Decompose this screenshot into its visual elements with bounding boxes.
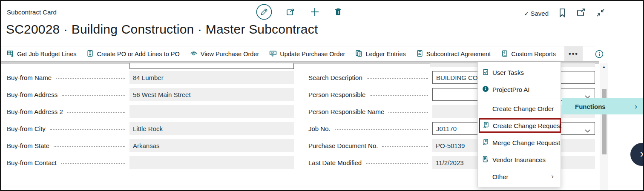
save-status: ✓ Saved [524,10,549,17]
page-inspection-button[interactable] [595,49,604,60]
submenu-chevron-icon: › [551,172,561,181]
share-icon [285,6,296,19]
menu-item-merge-change-request[interactable]: Merge Change Request [478,134,561,151]
projectpro-ai-icon [482,86,489,94]
field-row-buy-from-name: Buy-from Name 84 Lumber [7,69,294,86]
buy-from-contact-field [129,156,294,169]
ledger-entries-button[interactable]: Ledger Entries [355,50,405,58]
buy-from-address-field: 56 West Main Street [129,88,294,101]
page-title: SC20028 · Building Construction · Master… [6,22,318,37]
custom-reports-button[interactable]: Custom Reports [501,50,556,58]
more-actions-button[interactable]: ••• [564,46,583,62]
menu-item-create-change-order[interactable]: Create Change Order [478,100,561,117]
functions-menu-item[interactable]: Functions › [562,98,644,114]
create-po-icon [86,50,94,58]
open-in-new-window-button[interactable] [576,8,586,19]
menu-item-other[interactable]: Other › [478,168,561,185]
field-row-buy-from-state: Buy-from State Arkansas [7,137,294,154]
flyout-chevron-icon: › [635,102,637,111]
field-row-buy-from-contact: Buy-from Contact [7,154,294,171]
ledger-entries-icon [355,50,362,58]
subcontract-card-window: Subcontract Card [0,0,644,191]
menu-divider [478,99,561,99]
merge-change-request-icon [482,139,489,147]
chevron-right-icon: › [640,147,644,160]
form-column-left: Buy-from Name 84 Lumber Buy-from Address… [7,69,294,171]
user-tasks-icon [482,68,489,77]
plus-icon [309,6,320,19]
share-button[interactable] [285,6,296,19]
vertical-scrollbar[interactable]: ▲ [600,63,608,190]
get-job-budget-lines-button[interactable]: Get Job Budget Lines [7,50,76,58]
info-icon [595,49,604,60]
subcontract-agreement-icon [416,50,423,58]
update-purchase-order-button[interactable]: Ab Update Purchase Order [269,50,345,58]
collapse-arrows-icon [595,8,606,19]
buy-from-state-field: Arkansas [129,139,294,152]
job-budget-lines-icon [7,50,14,58]
scrollbar-up-arrow[interactable]: ▲ [600,65,608,69]
clipped-input-left [129,63,294,69]
create-change-request-icon [483,122,489,130]
collapse-button[interactable] [595,8,606,19]
field-row-buy-from-address-2: Buy-from Address 2 _ [7,103,294,120]
menu-item-vendor-insurances[interactable]: Vendor Insurances [478,151,561,168]
edit-toggle-button[interactable] [256,3,273,22]
breadcrumb: Subcontract Card [7,9,57,16]
view-purchase-order-icon [190,50,198,58]
delete-button[interactable] [333,7,343,18]
chevron-down-icon[interactable] [585,127,590,134]
menu-item-projectpro-ai[interactable]: ProjectPro AI [478,81,561,98]
buy-from-name-field: 84 Lumber [129,71,294,84]
buy-from-city-field: Little Rock [129,122,294,135]
record-action-icons [256,3,343,22]
buy-from-address-2-field: _ [129,105,294,118]
menu-item-create-change-request[interactable]: Create Change Request [479,118,561,133]
bookmark-button[interactable] [558,8,566,19]
custom-reports-icon [501,50,508,58]
check-icon: ✓ [524,10,529,17]
window-status-icons: ✓ Saved [524,8,606,19]
update-purchase-order-icon: Ab [269,50,277,58]
field-row-buy-from-address: Buy-from Address 56 West Main Street [7,86,294,103]
trash-icon [333,7,343,18]
new-record-button[interactable] [309,6,320,19]
svg-text:Ab: Ab [271,51,275,54]
create-po-button[interactable]: Create PO or Add Lines to PO [86,50,179,58]
next-record-button[interactable]: › [630,143,644,166]
subcontract-agreement-button[interactable]: Subcontract Agreement [416,50,491,58]
pencil-circle-icon [256,3,273,22]
bookmark-icon [558,8,566,19]
menu-item-user-tasks[interactable]: User Tasks [478,64,561,81]
field-row-buy-from-city: Buy-from City Little Rock [7,120,294,137]
view-purchase-order-button[interactable]: View Purchase Order [190,50,259,58]
action-toolbar: Get Job Budget Lines Create PO or Add Li… [1,46,596,62]
popout-icon [576,8,586,19]
vendor-insurances-icon [482,156,489,164]
more-actions-menu: User Tasks ProjectPro AI Create Change O… [477,62,561,187]
